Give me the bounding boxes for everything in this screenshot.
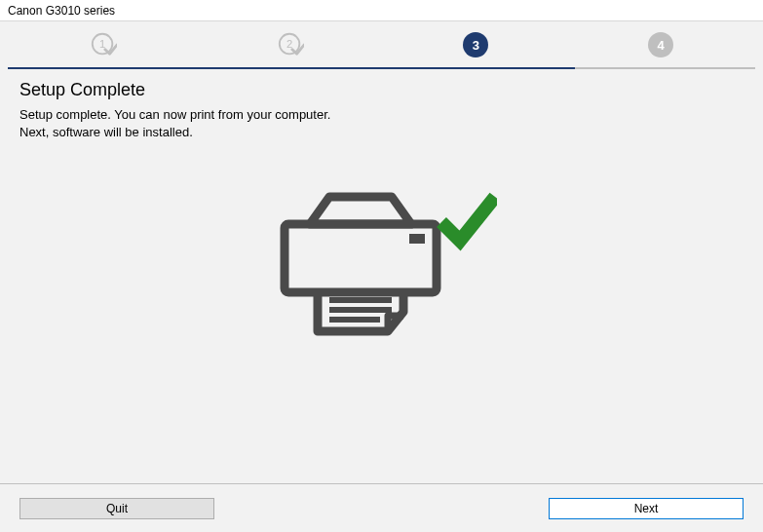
quit-button[interactable]: Quit <box>19 498 214 519</box>
printer-success-illustration <box>273 185 497 354</box>
step-3-current: 3 <box>463 32 488 57</box>
step-number: 3 <box>473 38 479 53</box>
main-content: Setup Complete Setup complete. You can n… <box>0 68 763 477</box>
step-indicator: 1 2 3 4 <box>0 21 763 68</box>
window-titlebar: Canon G3010 series <box>0 0 763 21</box>
step-line-progress <box>8 67 575 69</box>
page-heading: Setup Complete <box>19 80 744 100</box>
step-done-icon: 1 <box>90 30 117 59</box>
step-4-todo: 4 <box>648 32 673 57</box>
svg-text:1: 1 <box>99 38 105 50</box>
window-title: Canon G3010 series <box>8 4 115 18</box>
body-line-2: Next, software will be installed. <box>19 125 193 139</box>
checkmark-icon <box>441 197 495 241</box>
step-1-done: 1 <box>90 31 117 58</box>
printer-icon <box>273 185 497 351</box>
footer: Quit Next <box>0 483 763 532</box>
body-line-1: Setup complete. You can now print from y… <box>19 107 330 122</box>
page-body: Setup complete. You can now print from y… <box>19 106 744 140</box>
svg-text:2: 2 <box>286 38 292 50</box>
step-number: 4 <box>658 38 665 53</box>
step-2-done: 2 <box>277 31 304 58</box>
next-button[interactable]: Next <box>549 498 744 519</box>
step-done-icon: 2 <box>277 30 304 59</box>
